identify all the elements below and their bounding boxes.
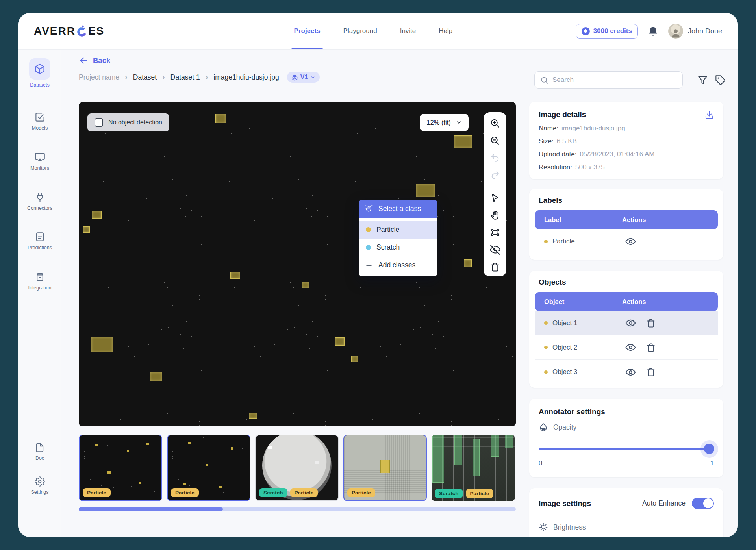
select-class-popup: Select a class Particle Scratch Add clas… (359, 200, 437, 276)
annotation-box[interactable] (150, 372, 162, 381)
annotation-box[interactable] (464, 259, 472, 267)
annotation-box[interactable] (215, 114, 226, 124)
predictions-document-icon (35, 231, 45, 242)
select-class-options: Particle Scratch Add classes (359, 218, 437, 276)
opacity-slider[interactable] (539, 444, 714, 454)
credits-label: 3000 credits (593, 27, 632, 35)
object-visibility-eye-icon[interactable] (625, 318, 636, 328)
pan-hand-tool[interactable] (490, 210, 500, 220)
download-icon[interactable] (705, 110, 714, 119)
annotation-box[interactable] (454, 135, 472, 148)
thumbnail-scrollbar[interactable] (79, 507, 516, 511)
chevron-down-icon (310, 75, 315, 80)
zoom-out-tool[interactable] (490, 135, 500, 146)
breadcrumb-filename: image1hdiu-dusjo.jpg (213, 73, 279, 81)
no-object-detection-toggle[interactable]: No object detection (87, 113, 169, 131)
auto-enhance-toggle[interactable] (692, 498, 714, 509)
thumbnail-5[interactable]: Scratch Particle (432, 435, 515, 501)
no-object-detection-checkbox[interactable] (94, 118, 103, 127)
auto-enhance-label: Auto Enhance (642, 499, 686, 507)
thumbnail-1[interactable]: Particle (79, 435, 162, 501)
thumbnail-scrollbar-thumb[interactable] (79, 507, 223, 511)
nav-item-invite[interactable]: Invite (400, 13, 416, 49)
annotation-box[interactable] (416, 184, 435, 198)
object-visibility-eye-icon[interactable] (625, 342, 636, 353)
object-row-2[interactable]: Object 2 (535, 335, 718, 360)
sidebar-item-monitors[interactable]: Monitors (18, 152, 61, 171)
notifications-bell-icon[interactable] (648, 26, 658, 36)
labels-table-header: Label Actions (535, 210, 718, 229)
annotation-box[interactable] (302, 282, 309, 288)
opacity-max-label: 1 (710, 459, 714, 467)
filter-funnel-icon[interactable] (697, 75, 708, 85)
redo-tool[interactable] (490, 170, 500, 180)
image-details-title: Image details (539, 110, 586, 119)
settings-gear-icon (35, 476, 45, 487)
integration-tray-icon (35, 272, 45, 282)
hide-annotations-tool[interactable] (490, 244, 500, 255)
zoom-level-dropdown[interactable]: 12% (fit) (420, 114, 469, 131)
thumbnail-4[interactable]: Particle (343, 435, 427, 501)
annotation-box[interactable] (249, 413, 257, 419)
thumbnail-2[interactable]: Particle (167, 435, 250, 501)
back-link[interactable]: Back (79, 56, 110, 65)
annotation-box[interactable] (83, 226, 90, 233)
zoom-in-tool[interactable] (490, 118, 500, 128)
user-menu[interactable]: John Doue (668, 24, 722, 39)
class-option-particle[interactable]: Particle (359, 221, 437, 239)
search-box (534, 71, 683, 89)
nav-item-help[interactable]: Help (439, 13, 452, 49)
annotation-layer (79, 102, 516, 426)
class-option-scratch[interactable]: Scratch (359, 239, 437, 256)
delete-tool[interactable] (490, 262, 500, 272)
objects-title: Objects (539, 278, 566, 286)
thumbnail-tag: Scratch (435, 489, 463, 498)
layers-icon (291, 74, 298, 81)
annotation-box[interactable] (92, 211, 101, 219)
annotation-box[interactable] (91, 337, 113, 352)
label-row-particle[interactable]: Particle (535, 229, 718, 254)
annotation-box[interactable] (335, 337, 344, 346)
object-row-3[interactable]: Object 3 (535, 360, 718, 384)
breadcrumb-dataset1[interactable]: Dataset 1 (170, 73, 200, 81)
monitors-screen-icon (35, 152, 45, 163)
sidebar-item-integration[interactable]: Integration (18, 272, 61, 291)
sidebar-item-predictions[interactable]: Predictions (18, 231, 61, 250)
object-delete-trash-icon[interactable] (646, 343, 656, 352)
search-input[interactable] (552, 76, 677, 84)
select-cursor-tool[interactable] (490, 193, 500, 203)
sidebar-item-connectors[interactable]: Connectors (18, 192, 61, 211)
object-delete-trash-icon[interactable] (646, 367, 656, 377)
sidebar-item-doc[interactable]: Doc (18, 443, 61, 461)
breadcrumb-separator: › (125, 72, 128, 81)
tags-icon[interactable] (715, 75, 726, 86)
annotation-box[interactable] (230, 272, 240, 279)
brightness-control-label: Brightness (539, 522, 714, 532)
objects-card: Objects Object Actions Object 1 Object 2 (529, 271, 723, 388)
app-window: AVERRES Projects Playground Invite Help … (18, 13, 738, 537)
version-badge[interactable]: V1 (287, 72, 320, 83)
opacity-slider-thumb[interactable] (704, 444, 714, 454)
annotation-box[interactable] (351, 356, 359, 362)
object-visibility-eye-icon[interactable] (625, 367, 636, 378)
sidebar-item-models[interactable]: Models (18, 112, 61, 131)
breadcrumb-project[interactable]: Project name (79, 73, 119, 81)
particle-color-dot (366, 227, 371, 232)
breadcrumb-dataset[interactable]: Dataset (133, 73, 157, 81)
objects-table-header: Object Actions (535, 292, 718, 311)
opacity-slider-track[interactable] (539, 448, 714, 450)
nav-item-playground[interactable]: Playground (343, 13, 377, 49)
sidebar-item-datasets[interactable]: Datasets (18, 58, 61, 88)
sidebar-item-settings[interactable]: Settings (18, 476, 61, 495)
thumbnail-3[interactable]: Scratch Particle (255, 435, 339, 501)
annotation-canvas[interactable]: No object detection 12% (fit) (79, 102, 516, 426)
credits-badge[interactable]: 3000 credits (576, 24, 638, 39)
undo-tool[interactable] (490, 152, 500, 163)
object-delete-trash-icon[interactable] (646, 319, 656, 328)
object-row-1[interactable]: Object 1 (535, 311, 718, 335)
add-classes-button[interactable]: Add classes (359, 256, 437, 274)
droplet-icon (539, 422, 548, 432)
nav-item-projects[interactable]: Projects (294, 13, 321, 49)
bounding-box-tool[interactable] (490, 227, 500, 238)
label-visibility-eye-icon[interactable] (625, 236, 636, 247)
